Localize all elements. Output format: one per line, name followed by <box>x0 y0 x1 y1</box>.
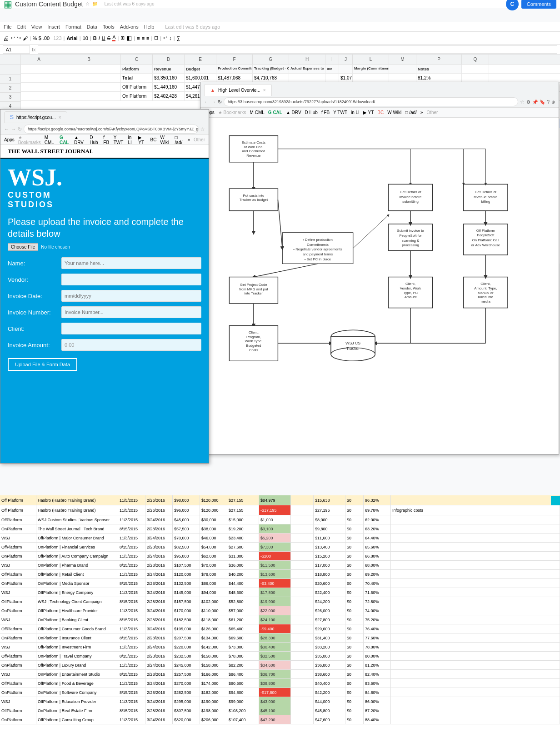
cell-tracking[interactable]: $22,000 <box>259 606 291 615</box>
bookmark-wiki-2[interactable]: W Wiki <box>387 110 401 115</box>
cell-inv-in[interactable] <box>291 706 314 715</box>
cell-client[interactable]: OffPlatform | Investment Firm <box>36 643 118 651</box>
cell-end[interactable]: 3/24/2016 <box>145 679 173 688</box>
cell-tracking[interactable]: $24,100 <box>259 615 291 624</box>
cell-inv-in[interactable] <box>291 697 314 706</box>
cell-budget[interactable]: $158,000 <box>200 661 227 669</box>
cell-end[interactable]: 3/24/2016 <box>145 643 173 651</box>
row-2[interactable]: 2 <box>0 84 20 93</box>
row2-revenue[interactable]: $96,000 <box>173 505 200 515</box>
cell-launch[interactable]: 8/15/2015 <box>118 670 145 678</box>
cell-client[interactable]: OnPlatform | Real Estate Firm <box>36 706 118 715</box>
cell-client[interactable]: OnPlatform | Entertainment Studio <box>36 670 118 678</box>
cell-margin[interactable]: $0 <box>345 606 364 615</box>
cell-margin[interactable]: $0 <box>345 643 364 651</box>
menu-file[interactable]: File <box>4 24 12 30</box>
cell-notes[interactable] <box>391 543 560 551</box>
font-size[interactable]: 10 <box>83 35 88 41</box>
cell-actual-expenses[interactable]: Actual Expenses to Date <box>289 65 325 73</box>
toolbar-print[interactable]: 🖨 <box>3 35 9 42</box>
tab-basecamp[interactable]: ▲ High Level Overvie... × <box>204 84 272 96</box>
cell-inv-in[interactable] <box>291 588 314 597</box>
cell-inv-out[interactable]: $44,000 <box>314 697 345 706</box>
cell-tracking[interactable]: -$9,400 <box>259 624 291 633</box>
cell-pc[interactable]: $19,200 <box>227 524 259 533</box>
cell-revenue[interactable]: Revenue <box>153 65 185 73</box>
row2-platform[interactable]: Off Platform <box>0 505 36 515</box>
cell-revenue[interactable]: $232,500 <box>173 652 200 660</box>
cell-inv-out[interactable]: $13,400 <box>314 543 345 551</box>
back-btn-1[interactable]: ← <box>4 126 9 132</box>
cell-revenue[interactable]: $220,000 <box>173 643 200 651</box>
cell-tracking[interactable]: Tracking (Budget - Commitments) <box>253 65 289 73</box>
cell-revenue[interactable]: $320,000 <box>173 715 200 724</box>
cell-end[interactable]: 3/24/2016 <box>145 588 173 597</box>
cell-inv-out[interactable]: $18,800 <box>314 570 345 578</box>
cell-budget[interactable]: $110,000 <box>200 606 227 615</box>
cell-client[interactable]: OffPlatform | Consulting Group <box>36 715 118 724</box>
cell-revenue[interactable]: $132,500 <box>173 579 200 588</box>
cell-platform[interactable]: OffPlatform <box>0 679 36 688</box>
cell-total-track[interactable]: $4,710,768 <box>253 74 289 82</box>
cell-revenue[interactable]: $157,500 <box>173 597 200 606</box>
cell-total-pct[interactable]: 81.2% <box>416 74 462 82</box>
highlight-margin-$[interactable]: $0 <box>345 495 364 505</box>
cell-pc[interactable]: $27,600 <box>227 543 259 551</box>
cell-inv-in[interactable] <box>291 661 314 669</box>
cell-inv-in[interactable] <box>291 679 314 688</box>
cell-margin[interactable]: $0 <box>345 588 364 597</box>
cell-total-inv1[interactable] <box>325 74 339 82</box>
bookmark-dhub-1[interactable]: D Hub <box>90 135 100 145</box>
cell-notes[interactable] <box>391 643 560 651</box>
cell-client[interactable]: OffPlatform | Education Provider <box>36 697 118 706</box>
cell-platform[interactable]: OnPlatform <box>0 633 36 642</box>
cell-notes[interactable] <box>391 615 560 624</box>
row2-launch[interactable]: 11/5/2015 <box>118 505 145 515</box>
col-e[interactable]: E <box>185 55 216 64</box>
cell-pct[interactable]: 68.00% <box>364 561 391 569</box>
cell-margin[interactable]: $0 <box>345 615 364 624</box>
cell-total-l[interactable] <box>389 74 416 82</box>
cell-pc[interactable]: $36,000 <box>227 561 259 569</box>
sort-btn[interactable]: ↕ <box>169 35 172 41</box>
cell-end[interactable]: 2/28/2016 <box>145 524 173 533</box>
cell-notes[interactable] <box>391 597 560 606</box>
cell-launch[interactable]: 11/3/2015 <box>118 588 145 597</box>
forward-btn-1[interactable]: → <box>11 126 16 132</box>
bookmark-li-2[interactable]: in LI <box>351 110 360 115</box>
cell-budget[interactable]: $190,000 <box>200 697 227 706</box>
cell-margin[interactable]: $0 <box>345 570 364 578</box>
cell-a5[interactable] <box>21 101 57 110</box>
cell-client[interactable]: OffPlatform | Major Consumer Brand <box>36 534 118 542</box>
cell-end[interactable]: 2/28/2016 <box>145 561 173 569</box>
cell-notes[interactable] <box>391 679 560 688</box>
cell-margin[interactable]: $0 <box>345 624 364 633</box>
cell-margin[interactable]: $0 <box>345 543 364 551</box>
cell-platform[interactable]: OffPlatform <box>0 543 36 551</box>
col-k[interactable]: L <box>353 55 389 64</box>
cell-budget[interactable]: $134,000 <box>200 633 227 642</box>
cell-launch[interactable]: 8/15/2015 <box>118 597 145 606</box>
cell-inv-out[interactable]: $15,200 <box>314 552 345 560</box>
highlight-platform[interactable]: Off Platform <box>0 495 36 505</box>
cell-inv-in[interactable] <box>291 633 314 642</box>
italic-btn[interactable]: I <box>99 35 100 41</box>
menu-insert[interactable]: Insert <box>47 24 60 30</box>
cell-budget[interactable]: $62,000 <box>200 552 227 560</box>
cell-pc[interactable]: $82,200 <box>227 661 259 669</box>
cell-client[interactable]: OffPlatform | Consumer Goods Brand <box>36 624 118 633</box>
cell-notes[interactable] <box>391 706 560 715</box>
cell-tracking[interactable]: $1,000 <box>259 515 291 524</box>
cell-inv-in[interactable] <box>291 670 314 678</box>
bookmark-twt-2[interactable]: Y TWT <box>333 110 347 115</box>
row2-budget[interactable]: $120,000 <box>200 505 227 515</box>
cell-budget[interactable]: $94,000 <box>200 588 227 597</box>
cell-end[interactable]: 2/28/2016 <box>145 670 173 678</box>
wrap-btn[interactable]: ↵ <box>163 35 167 41</box>
cell-l1[interactable] <box>389 65 416 73</box>
cell-pct[interactable]: 88.40% <box>364 715 391 724</box>
cell-tracking[interactable]: $43,000 <box>259 697 291 706</box>
cell-platform[interactable]: WSJ <box>0 561 36 569</box>
cell-inv-out[interactable]: $27,800 <box>314 615 345 624</box>
cell-platform[interactable]: Platform <box>121 65 153 73</box>
